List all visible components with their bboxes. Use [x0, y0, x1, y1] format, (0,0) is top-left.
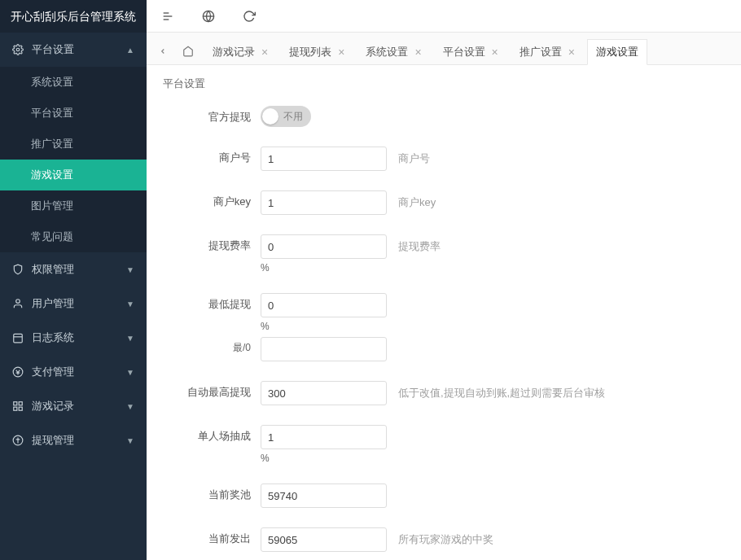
grid-icon	[12, 400, 24, 412]
tab-label: 推广设置	[520, 45, 562, 59]
auto-max-input[interactable]	[261, 381, 387, 405]
close-icon[interactable]: ×	[492, 46, 498, 59]
field-hint: 提现费率	[398, 234, 441, 254]
svg-rect-7	[14, 407, 17, 410]
tabbar-prev[interactable]	[151, 38, 174, 64]
row-withdraw-rate: 提现费率 % 提现费率	[179, 234, 725, 273]
tab-label: 游戏设置	[596, 45, 638, 59]
chevron-down-icon: ▼	[126, 402, 134, 411]
tab-game-settings[interactable]: 游戏设置	[587, 39, 647, 65]
field-suffix: %	[261, 453, 387, 464]
menu-title-game-record[interactable]: 游戏记录 ▼	[0, 389, 147, 423]
pool-input[interactable]	[261, 483, 387, 508]
toggle-official-withdraw[interactable]: 不用	[261, 106, 311, 127]
close-icon[interactable]: ×	[568, 46, 575, 59]
toggle-knob	[262, 108, 278, 125]
menu-title-label: 游戏记录	[32, 399, 74, 413]
single-rake-input[interactable]	[261, 425, 387, 449]
field-hint: 商户号	[398, 147, 430, 166]
tab-label: 平台设置	[443, 45, 485, 59]
menu-title-label: 支付管理	[32, 365, 74, 379]
row-official-withdraw: 官方提现 不用	[179, 106, 725, 127]
topbar	[147, 0, 741, 33]
svg-point-1	[16, 300, 20, 304]
refresh-icon[interactable]	[238, 5, 261, 28]
menu-title-payment[interactable]: 支付管理 ▼	[0, 355, 147, 389]
field-hint: 商户key	[398, 190, 436, 210]
menu-title-label: 日志系统	[32, 330, 74, 345]
merchant-key-input[interactable]	[261, 190, 387, 215]
min-withdraw-note-input[interactable]	[261, 337, 387, 361]
menu-title-label: 平台设置	[32, 42, 74, 57]
withdraw-icon	[12, 435, 24, 446]
tab-label: 提现列表	[289, 45, 331, 59]
calendar-icon	[12, 332, 24, 343]
field-hint: 低于改值,提现自动到账,超过则需要后台审核	[398, 381, 605, 400]
chevron-down-icon: ▼	[126, 300, 134, 308]
min-withdraw-input[interactable]	[261, 293, 387, 317]
tab-platform-settings[interactable]: 平台设置×	[434, 38, 507, 64]
sidebar-item-game-settings[interactable]: 游戏设置	[0, 160, 147, 190]
row-min-withdraw-note: 最/0	[179, 337, 725, 361]
svg-rect-8	[19, 407, 22, 410]
field-hint: 所有玩家游戏的中奖	[398, 527, 493, 547]
menu-title-log[interactable]: 日志系统 ▼	[0, 321, 147, 355]
field-label: 商户号	[179, 147, 261, 165]
menu-title-platform[interactable]: 平台设置 ▲	[0, 33, 147, 67]
close-icon[interactable]: ×	[414, 46, 421, 59]
globe-icon[interactable]	[197, 5, 220, 28]
row-merchant-key: 商户key 商户key	[179, 190, 725, 215]
menu-title-permission[interactable]: 权限管理 ▼	[0, 252, 147, 287]
menu-title-withdraw[interactable]: 提现管理 ▼	[0, 423, 147, 457]
tab-label: 系统设置	[366, 45, 408, 59]
chevron-down-icon: ▼	[126, 436, 134, 445]
sidebar-item-system-settings[interactable]: 系统设置	[0, 67, 147, 98]
chevron-down-icon: ▼	[126, 265, 134, 274]
submenu-platform: 系统设置 平台设置 推广设置 游戏设置 图片管理 常见问题	[0, 67, 147, 252]
merchant-id-input[interactable]	[261, 147, 387, 171]
close-icon[interactable]: ×	[338, 46, 344, 59]
field-label: 当前发出	[179, 527, 261, 546]
row-pool: 当前奖池	[179, 483, 725, 508]
field-label: 提现费率	[179, 234, 261, 253]
field-subnote: 最/0	[179, 337, 261, 355]
svg-rect-2	[14, 334, 23, 343]
sidebar-item-faq[interactable]: 常见问题	[0, 221, 147, 252]
chevron-down-icon: ▼	[126, 334, 134, 343]
shield-icon	[12, 264, 24, 275]
tab-game-record[interactable]: 游戏记录×	[204, 38, 277, 64]
menu-title-label: 提现管理	[32, 433, 74, 448]
close-icon[interactable]: ×	[261, 46, 268, 59]
row-payout: 当前发出 所有玩家游戏的中奖	[179, 527, 725, 552]
toggle-text: 不用	[283, 110, 303, 124]
tab-bar: 游戏记录× 提现列表× 系统设置× 平台设置× 推广设置× 游戏设置	[147, 33, 741, 65]
field-suffix: %	[261, 262, 387, 273]
svg-point-0	[16, 48, 20, 51]
field-label: 商户key	[179, 190, 261, 209]
sidebar-item-platform-settings[interactable]: 平台设置	[0, 98, 147, 129]
payout-input[interactable]	[261, 527, 387, 552]
chevron-down-icon: ▼	[126, 368, 134, 377]
tab-home[interactable]	[174, 38, 202, 64]
chevron-up-icon: ▲	[126, 46, 134, 55]
menu-title-label: 权限管理	[32, 262, 74, 277]
svg-rect-6	[19, 402, 22, 405]
gear-icon	[12, 44, 24, 55]
row-single-rake: 单人场抽成 %	[179, 425, 725, 464]
tab-system-settings[interactable]: 系统设置×	[357, 38, 430, 64]
tab-promotion-settings[interactable]: 推广设置×	[511, 38, 584, 64]
row-auto-max: 自动最高提现 低于改值,提现自动到账,超过则需要后台审核	[179, 381, 725, 405]
tab-withdraw-list[interactable]: 提现列表×	[280, 38, 353, 64]
sidebar: 开心刮刮乐后台管理系统 平台设置 ▲ 系统设置 平台设置 推广设置 游戏设置 图…	[0, 0, 147, 560]
brand-title: 开心刮刮乐后台管理系统	[0, 0, 147, 33]
withdraw-rate-input[interactable]	[261, 234, 387, 259]
field-label: 当前奖池	[179, 483, 261, 502]
menu-toggle-icon[interactable]	[156, 5, 179, 28]
sidebar-item-promotion-settings[interactable]: 推广设置	[0, 129, 147, 160]
sidebar-item-image-management[interactable]: 图片管理	[0, 190, 147, 221]
page-title: 平台设置	[163, 77, 725, 91]
main: 游戏记录× 提现列表× 系统设置× 平台设置× 推广设置× 游戏设置 平台设置 …	[147, 0, 741, 560]
user-icon	[12, 298, 24, 309]
menu-title-user[interactable]: 用户管理 ▼	[0, 287, 147, 321]
tab-label: 游戏记录	[213, 45, 255, 59]
